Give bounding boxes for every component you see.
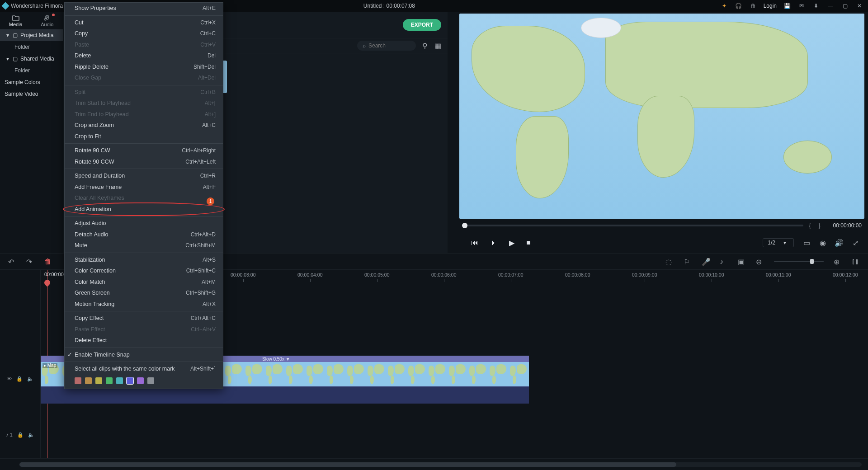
render-icon[interactable]: ◌ [665,258,674,266]
fit-timeline-icon[interactable]: ⫿⫿ [852,258,860,266]
export-button[interactable]: EXPORT [403,19,441,31]
undo-icon[interactable]: ↶ [8,258,16,266]
download-icon[interactable]: ⬇ [812,2,820,10]
color-swatch[interactable] [137,377,144,384]
menu-item-motion-tracking[interactable]: Motion TrackingAlt+X [65,299,223,310]
ruler-tick: 00:00:12:00 [833,272,858,277]
tree-sample-video[interactable]: Sample Video [0,88,63,100]
clip-speed-label[interactable]: Slow 0.50x ▼ [262,357,290,362]
horizontal-scrollbar[interactable] [19,462,862,467]
color-swatch[interactable] [147,377,154,384]
mute-track-icon[interactable]: 🔈 [28,432,34,438]
tab-media[interactable]: Media [0,12,32,29]
minimize-button[interactable]: — [826,2,835,10]
menu-item-adjust-audio[interactable]: Adjust Audio [65,218,223,229]
color-swatch[interactable] [85,377,92,384]
voiceover-icon[interactable]: 🎤 [702,258,710,266]
preview-canvas[interactable] [459,14,864,219]
ruler-tick: 00:00:06:00 [431,272,456,277]
lock-icon[interactable]: 🔒 [17,432,24,438]
color-swatch[interactable] [116,377,123,384]
menu-item-enable-timeline-snap[interactable]: ✓Enable Timeline Snap [65,349,223,361]
snapshot-icon[interactable]: ◉ [819,239,826,246]
menu-item-detach-audio[interactable]: Detach AudioCtrl+Alt+D [65,229,223,240]
menu-item-crop-and-zoom[interactable]: Crop and ZoomAlt+C [65,120,223,131]
tree-folder-1[interactable]: Folder [0,41,63,53]
search-input[interactable]: ⌕ [357,41,416,51]
mail-icon[interactable]: ✉ [797,2,806,10]
menu-item-rotate-90-cw[interactable]: Rotate 90 CWCtrl+Alt+Right [65,145,223,156]
lock-icon[interactable]: 🔒 [16,376,23,382]
search-field[interactable] [368,42,405,49]
app-name: Wondershare Filmora [11,3,63,9]
menu-item-stabilization[interactable]: StabilizationAlt+S [65,254,223,266]
menu-item-color-correction[interactable]: Color CorrectionCtrl+Shift+C [65,265,223,277]
clip-audio-waveform [41,386,529,404]
menu-item-delete[interactable]: DeleteDel [65,50,223,61]
ruler-tick: 00:00:09:00 [632,272,657,277]
audio-track-header[interactable]: ♪ 1 🔒 🔈 [0,429,40,440]
notification-dot [52,14,55,16]
mute-track-icon[interactable]: 🔈 [27,376,33,382]
color-swatch[interactable] [106,377,113,384]
menu-item-add-freeze-frame[interactable]: Add Freeze FrameAlt+F [65,182,223,193]
volume-icon[interactable]: 🔊 [835,239,843,246]
clip-name-label: ▸ Map [42,363,57,368]
color-swatch[interactable] [75,377,81,384]
gift-icon[interactable]: 🗑 [749,2,757,10]
menu-item-crop-to-fit[interactable]: Crop to Fit [65,131,223,142]
login-link[interactable]: Login [764,3,777,9]
zoom-out-icon[interactable]: ⊖ [756,258,764,266]
delete-icon[interactable]: 🗑 [44,258,52,266]
menu-item-cut[interactable]: CutCtrl+X [65,17,223,28]
menu-item-copy[interactable]: CopyCtrl+C [65,28,223,39]
zoom-ratio-select[interactable]: 1/2▾ [763,238,794,247]
progress-track[interactable] [462,225,803,226]
stop-button[interactable]: ■ [526,239,531,247]
menu-item-speed-and-duration[interactable]: Speed and DurationCtrl+R [65,170,223,182]
tree-sample-colors[interactable]: Sample Colors [0,76,63,88]
scrollbar-thumb[interactable] [19,462,676,467]
grid-view-icon[interactable]: ▦ [434,42,441,49]
save-icon[interactable]: 💾 [783,2,791,10]
timeline-left-column: 👁 🔒 🔈 ♪ 1 🔒 🔈 [0,270,41,458]
zoom-slider[interactable] [774,261,824,262]
visibility-icon[interactable]: 👁 [7,376,12,381]
menu-item-rotate-90-ccw[interactable]: Rotate 90 CCWCtrl+Alt+Left [65,156,223,168]
tree-shared-media[interactable]: ▾▢ Shared Media [0,53,63,65]
lightbulb-icon[interactable]: ✦ [720,2,728,10]
step-back-button[interactable]: ⏵ [490,239,497,247]
color-swatch[interactable] [95,377,102,384]
ruler-tick: 00:00:11:00 [766,272,791,277]
tab-audio[interactable]: Audio [32,12,63,29]
video-track-header[interactable]: 👁 🔒 🔈 [0,373,40,384]
progress-knob[interactable] [462,223,467,228]
display-icon[interactable]: ▭ [803,239,810,246]
maximize-button[interactable]: ▢ [841,2,849,10]
audio-mixer-icon[interactable]: ♪ [720,258,728,266]
marker-icon[interactable]: ⚐ [684,258,692,266]
menu-item-color-match[interactable]: Color MatchAlt+M [65,277,223,288]
crop-icon[interactable]: ▣ [738,258,746,266]
color-swatch[interactable] [127,377,133,384]
zoom-in-icon[interactable]: ⊕ [834,258,842,266]
menu-item-show-properties[interactable]: Show PropertiesAlt+E [65,3,223,14]
menu-item-mute[interactable]: MuteCtrl+Shift+M [65,240,223,251]
prev-frame-button[interactable]: ⏮ [471,239,478,247]
fullscreen-icon[interactable]: ⤢ [852,239,859,246]
menu-item-green-screen[interactable]: Green ScreenCtrl+Shift+G [65,287,223,299]
ruler-tick: 00:00:03:00 [231,272,255,277]
menu-item-add-animation[interactable]: Add Animation [65,204,223,215]
redo-icon[interactable]: ↷ [26,258,34,266]
menu-item-ripple-delete[interactable]: Ripple DeleteShift+Del [65,61,223,73]
play-button[interactable]: ▶ [509,239,514,247]
menu-item-clear-all-keyframes: Clear All Keyframes [65,193,223,204]
tree-project-media[interactable]: ▾▢ Project Media [0,29,63,41]
tree-folder-2[interactable]: Folder [0,65,63,76]
menu-item-select-all-clips-with-the-same-color-mark[interactable]: Select all clips with the same color mar… [65,363,223,375]
menu-item-copy-effect[interactable]: Copy EffectCtrl+Alt+C [65,313,223,324]
close-button[interactable]: ✕ [855,2,863,10]
headphones-icon[interactable]: 🎧 [735,2,743,10]
filter-icon[interactable]: ⚲ [421,42,429,49]
menu-item-delete-effect[interactable]: Delete Effect [65,335,223,346]
